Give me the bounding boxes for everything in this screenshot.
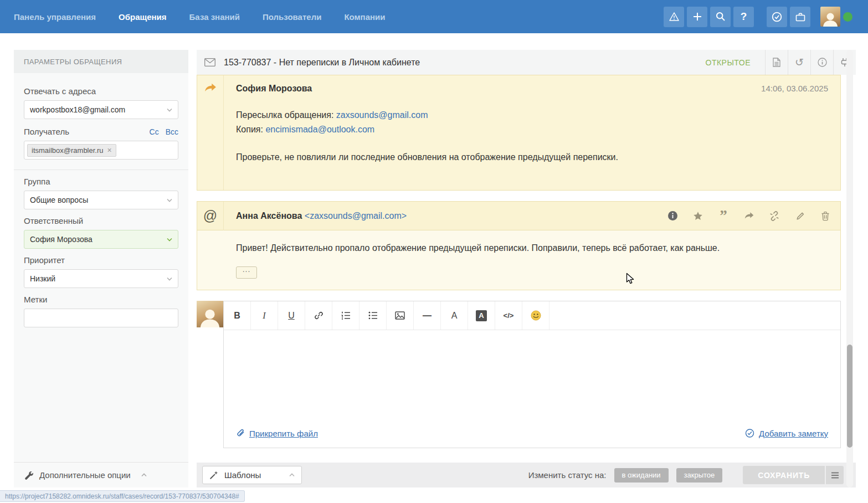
forward-label: Пересылка обращения:: [236, 110, 333, 120]
assignee-select[interactable]: София Морозова: [24, 230, 178, 249]
forward-button[interactable]: [736, 202, 762, 230]
nav-knowledge-base[interactable]: База знаний: [189, 12, 240, 22]
message-text: Привет! Действительно пропало отображени…: [236, 243, 828, 253]
question-icon: ?: [741, 11, 747, 23]
forward-arrow-icon: [744, 212, 754, 220]
forward-email-link[interactable]: zaxsounds@gmail.com: [336, 110, 428, 120]
quote-button[interactable]: ”: [711, 202, 736, 230]
vertical-scrollbar[interactable]: [846, 50, 853, 487]
star-button[interactable]: [685, 202, 711, 230]
online-status-dot[interactable]: [843, 12, 852, 22]
info-icon: [818, 58, 827, 67]
reply-editor: B I U — A A </>: [197, 301, 841, 448]
templates-button[interactable]: Шаблоны: [202, 466, 302, 484]
ticket-parameters-title: ПАРАМЕТРЫ ОБРАЩЕНИЯ: [14, 50, 188, 73]
info-filled-icon: [667, 211, 678, 221]
priority-label: Приоритет: [24, 255, 178, 265]
info-button[interactable]: [810, 50, 833, 75]
message-type-tab: [197, 75, 224, 190]
save-button[interactable]: СОХРАНИТЬ: [743, 466, 825, 484]
chevron-up-icon: [289, 473, 295, 477]
sidebar-divider: [14, 170, 188, 170]
tags-input[interactable]: [24, 309, 178, 327]
note-icon: [745, 429, 754, 438]
underline-button[interactable]: U: [278, 301, 305, 330]
add-note-link[interactable]: Добавить заметку: [745, 429, 828, 438]
achievements-button[interactable]: [767, 7, 787, 27]
save-controls: СОХРАНИТЬ: [743, 466, 844, 484]
highlight-color-button[interactable]: A: [468, 301, 495, 330]
unlink-button[interactable]: [762, 202, 787, 230]
tags-label: Метки: [24, 295, 178, 304]
bcc-link[interactable]: Bcc: [166, 127, 178, 136]
check-badge-icon: [772, 12, 782, 22]
delete-button[interactable]: [813, 202, 838, 230]
briefcase-button[interactable]: [790, 7, 810, 27]
emoji-button[interactable]: [522, 301, 549, 330]
show-quoted-text-button[interactable]: ...: [236, 266, 257, 279]
star-icon: [693, 211, 703, 221]
text-color-button[interactable]: A: [441, 301, 468, 330]
extra-options-toggle[interactable]: Дополнительные опции: [14, 462, 188, 487]
plus-icon: [693, 12, 702, 21]
horizontal-rule-button[interactable]: —: [414, 301, 441, 330]
status-closed-button[interactable]: закрытое: [676, 468, 723, 483]
edit-button[interactable]: [787, 202, 813, 230]
attach-file-link[interactable]: Прикрепить файл: [236, 429, 318, 438]
nav-tickets[interactable]: Обращения: [119, 12, 166, 22]
reply-from-select[interactable]: workpostbox18@gmail.com: [24, 100, 178, 119]
ticket-header-actions: ↺: [765, 50, 856, 75]
group-value: Общие вопросы: [30, 196, 88, 204]
group-select[interactable]: Общие вопросы: [24, 191, 178, 209]
ticket-status-badge[interactable]: ОТКРЫТОЕ: [706, 58, 751, 67]
insert-link-button[interactable]: [305, 301, 332, 330]
code-view-button[interactable]: </>: [495, 301, 522, 330]
priority-value: Низкий: [30, 274, 55, 283]
cc-email-link[interactable]: encimismada@outlook.com: [265, 125, 374, 134]
scrollbar-thumb[interactable]: [847, 345, 852, 448]
top-navigation: Панель управления Обращения База знаний …: [0, 0, 868, 33]
message-timestamp: 14:06, 03.06.2025: [761, 84, 828, 93]
reply-text-input[interactable]: [224, 330, 840, 419]
ordered-list-button[interactable]: [332, 301, 359, 330]
nav-users[interactable]: Пользователи: [263, 12, 321, 22]
priority-select[interactable]: Низкий: [24, 269, 178, 288]
message-author: София Морозова: [236, 84, 312, 94]
search-icon: [716, 12, 726, 22]
change-status-label: Изменить статус на:: [528, 470, 607, 480]
highlight-label: A: [476, 310, 487, 321]
create-ticket-button[interactable]: [687, 7, 707, 27]
help-button[interactable]: ?: [733, 7, 754, 27]
cc-link[interactable]: Cc: [150, 127, 159, 136]
message-info-button[interactable]: [660, 202, 685, 230]
save-options-button[interactable]: [826, 466, 844, 484]
assignee-label: Ответственный: [24, 216, 178, 225]
alerts-button[interactable]: [664, 7, 684, 27]
nav-companies[interactable]: Компании: [344, 12, 385, 22]
unordered-list-button[interactable]: [359, 301, 387, 330]
remove-recipient-icon[interactable]: ×: [107, 146, 112, 154]
nav-dashboard[interactable]: Панель управления: [14, 12, 96, 22]
italic-button[interactable]: I: [251, 301, 278, 330]
ticket-header: 153-770837 - Нет переписки в Личном каби…: [197, 50, 856, 75]
search-button[interactable]: [710, 7, 731, 27]
author-email-link[interactable]: <zaxsounds@gmail.com>: [305, 211, 407, 220]
recipient-input[interactable]: itsmailbox@rambler.ru ×: [24, 141, 178, 160]
message-body: Привет! Действительно пропало отображени…: [197, 230, 840, 290]
trash-icon: [821, 211, 830, 221]
recipient-tag: itsmailbox@rambler.ru ×: [27, 144, 116, 157]
user-avatar[interactable]: [820, 7, 840, 27]
text-color-label: A: [451, 311, 458, 321]
main-menu: Панель управления Обращения База знаний …: [14, 12, 386, 22]
export-document-button[interactable]: [765, 50, 788, 75]
reply-from-label: Отвечать с адреса: [24, 86, 178, 96]
history-button[interactable]: ↺: [788, 50, 810, 75]
chevron-down-icon: [167, 277, 172, 281]
status-pending-button[interactable]: в ожидании: [614, 468, 669, 483]
message-forwarded: София Морозова 14:06, 03.06.2025 Пересыл…: [197, 75, 841, 191]
insert-image-button[interactable]: [387, 301, 414, 330]
hamburger-menu-icon: [831, 472, 839, 479]
image-icon: [395, 311, 405, 320]
editor-box: B I U — A A </>: [223, 301, 841, 448]
bold-button[interactable]: B: [224, 301, 251, 330]
